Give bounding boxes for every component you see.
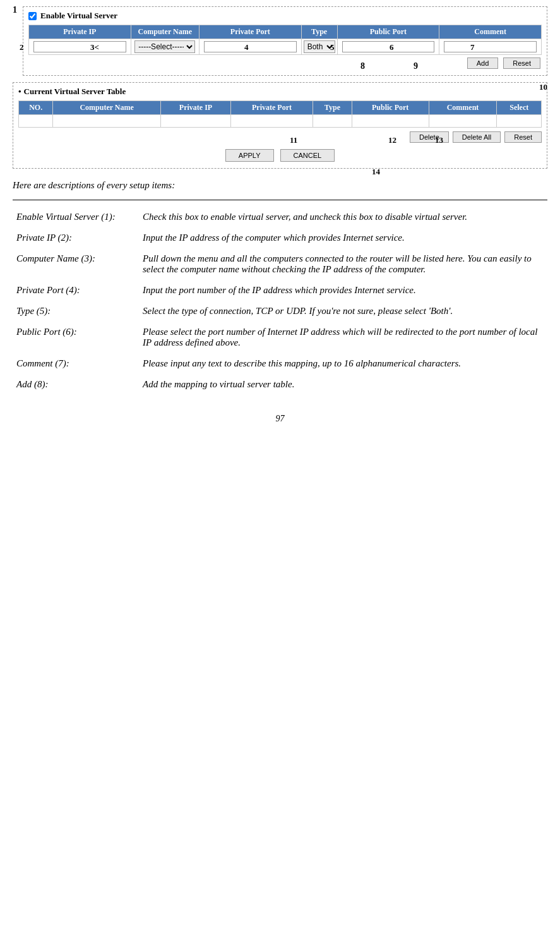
desc-text-8: Add the mapping to virtual server table. <box>139 374 547 395</box>
desc-term-6: Public Port (6): <box>13 322 139 353</box>
desc-term-2: Private IP (2): <box>13 227 139 248</box>
col-comment: Comment <box>439 25 542 39</box>
description-section: Here are descriptions of every setup ite… <box>13 180 547 395</box>
desc-item-3: Computer Name (3): Pull down the menu an… <box>13 248 547 280</box>
enable-vs-label: Enable Virtual Server <box>40 11 117 21</box>
desc-item-6: Public Port (6): Please select the port … <box>13 322 547 353</box>
desc-text-2: Input the IP address of the computer whi… <box>139 227 547 248</box>
private-ip-cell <box>29 39 131 55</box>
label-2: 2 <box>20 42 24 52</box>
desc-text-6: Please select the port number of Interne… <box>139 322 547 353</box>
cvst-col-no: NO. <box>19 101 53 115</box>
label-12: 12 <box>388 135 396 145</box>
cvst-action-buttons: Delete Delete All Reset <box>410 131 542 143</box>
apply-button[interactable]: APPLY <box>225 149 274 162</box>
cvst-bullet: • <box>18 87 21 97</box>
computer-name-cell: -----Select------ <box>131 39 199 55</box>
private-ip-input[interactable] <box>33 41 126 52</box>
enable-vs-section: 1 Enable Virtual Server 2 3< 4 5 6 7 Pri… <box>13 6 547 76</box>
add-button[interactable]: Add <box>467 57 499 69</box>
label-14: 14 <box>372 167 380 177</box>
desc-term-3: Computer Name (3): <box>13 248 139 280</box>
desc-item-4: Private Port (4): Input the port number … <box>13 280 547 301</box>
desc-term-8: Add (8): <box>13 374 139 395</box>
cvst-empty-row <box>19 115 542 128</box>
cvst-actions: Delete Delete All Reset <box>18 131 542 143</box>
label-5: 5 <box>330 42 335 52</box>
desc-text-7: Please input any text to describe this m… <box>139 353 547 374</box>
desc-item-1: Enable Virtual Server (1): Check this bo… <box>13 207 547 227</box>
label-6: 6 <box>390 42 394 52</box>
desc-intro: Here are descriptions of every setup ite… <box>13 180 547 191</box>
desc-term-4: Private Port (4): <box>13 280 139 301</box>
label-9: 9 <box>414 61 418 71</box>
desc-item-2: Private IP (2): Input the IP address of … <box>13 227 547 248</box>
public-port-cell <box>337 39 439 55</box>
desc-table: Enable Virtual Server (1): Check this bo… <box>13 207 547 395</box>
cvst-title: • Current Virtual Server Table <box>18 87 542 97</box>
desc-text-5: Select the type of connection, TCP or UD… <box>139 301 547 322</box>
desc-text-1: Check this box to enable virtual server,… <box>139 207 547 227</box>
desc-item-8: Add (8): Add the mapping to virtual serv… <box>13 374 547 395</box>
cvst-col-type: Type <box>313 101 352 115</box>
label-3: 3< <box>90 42 99 52</box>
cvst-col-private-ip: Private IP <box>161 101 231 115</box>
label-1: 1 <box>13 5 17 15</box>
cvst-col-select: Select <box>497 101 542 115</box>
cvst-col-public-port: Public Port <box>352 101 429 115</box>
col-computer-name: Computer Name <box>131 25 199 39</box>
cvst-table: NO. Computer Name Private IP Private Por… <box>18 100 542 128</box>
page-number: 97 <box>13 414 547 424</box>
desc-divider <box>13 200 547 200</box>
label-7: 7 <box>470 42 475 52</box>
comment-input[interactable] <box>444 41 537 52</box>
reset-button[interactable]: Reset <box>503 57 540 69</box>
desc-item-7: Comment (7): Please input any text to de… <box>13 353 547 374</box>
apply-cancel-buttons: APPLY CANCEL <box>18 149 542 162</box>
vs-form-table: Private IP Computer Name Private Port Ty… <box>28 25 542 55</box>
desc-text-4: Input the port number of the IP address … <box>139 280 547 301</box>
cvst-reset-button[interactable]: Reset <box>504 131 542 143</box>
label-11: 11 <box>290 135 297 145</box>
label-13: 13 <box>435 135 443 145</box>
label-8: 8 <box>360 61 365 71</box>
comment-cell <box>439 39 542 55</box>
private-port-input[interactable] <box>204 41 297 52</box>
cancel-button[interactable]: CANCEL <box>280 149 335 162</box>
col-type: Type <box>301 25 337 39</box>
cvst-col-comment: Comment <box>429 101 497 115</box>
desc-item-5: Type (5): Select the type of connection,… <box>13 301 547 322</box>
cvst-wrapper: 10 • Current Virtual Server Table NO. Co… <box>13 82 547 169</box>
cvst-col-computer-name: Computer Name <box>53 101 161 115</box>
col-private-ip: Private IP <box>29 25 131 39</box>
apply-cancel-area: 14 APPLY CANCEL <box>18 149 542 162</box>
cvst-action-area: 11 12 13 Delete Delete All Reset <box>18 131 542 143</box>
desc-term-5: Type (5): <box>13 301 139 322</box>
delete-all-button[interactable]: Delete All <box>453 131 501 143</box>
public-port-input[interactable] <box>342 41 435 52</box>
cvst-section: • Current Virtual Server Table NO. Compu… <box>13 82 547 169</box>
cvst-title-text: Current Virtual Server Table <box>24 87 126 97</box>
desc-term-7: Comment (7): <box>13 353 139 374</box>
col-public-port: Public Port <box>337 25 439 39</box>
col-private-port: Private Port <box>200 25 302 39</box>
desc-text-3: Pull down the menu and all the computers… <box>139 248 547 280</box>
cvst-col-private-port: Private Port <box>230 101 313 115</box>
add-reset-row: Add Reset <box>28 57 542 69</box>
label-4: 4 <box>244 42 249 52</box>
computer-name-select[interactable]: -----Select------ <box>134 40 195 53</box>
enable-vs-checkbox[interactable] <box>28 12 37 20</box>
private-port-cell <box>200 39 302 55</box>
desc-term-1: Enable Virtual Server (1): <box>13 207 139 227</box>
enable-vs-title: Enable Virtual Server <box>28 11 542 21</box>
